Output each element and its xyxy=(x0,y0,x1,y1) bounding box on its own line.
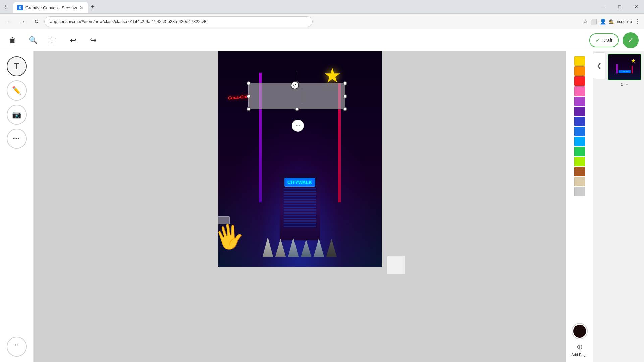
window-controls: ─ □ ✕ xyxy=(595,0,644,13)
back-btn[interactable]: ← xyxy=(4,16,15,27)
camera-tool-btn[interactable]: 📷 xyxy=(7,105,27,125)
page-1-thumbnail[interactable]: ★ CITYWALK xyxy=(608,54,641,80)
zoom-btn[interactable]: 🔍 xyxy=(25,33,40,48)
color-yellow[interactable] xyxy=(574,56,585,66)
add-page-label: Add Page xyxy=(571,353,587,357)
text-more-options-btn[interactable]: ··· xyxy=(292,120,304,132)
cone-3 xyxy=(288,238,299,257)
bookmark-icon[interactable]: ☆ xyxy=(583,18,588,25)
browser-menu-btn[interactable]: ⋮ xyxy=(0,0,11,13)
submit-btn[interactable]: ✓ xyxy=(623,32,639,48)
white-square-sticker[interactable] xyxy=(387,256,405,274)
color-tan[interactable] xyxy=(574,177,585,186)
handle-top-left[interactable] xyxy=(247,81,251,85)
minimize-btn[interactable]: ─ xyxy=(595,0,610,13)
rotation-handle[interactable]: ↺ xyxy=(295,71,299,89)
color-palette xyxy=(574,56,585,321)
fullscreen-btn[interactable]: ⛶ xyxy=(46,33,60,48)
color-dark-purple[interactable] xyxy=(574,107,585,116)
draft-btn[interactable]: ✓ Draft xyxy=(589,33,619,47)
right-color-panel: ⊕ Add Page xyxy=(566,51,593,362)
expand-panel-btn[interactable]: ❮ xyxy=(593,52,605,79)
page-list: ★ CITYWALK 1 ··· xyxy=(605,51,644,90)
more-options-icon[interactable]: ⋮ xyxy=(635,18,640,25)
color-purple[interactable] xyxy=(574,97,585,106)
app-toolbar: 🗑 🔍 ⛶ ↩ ↪ ✓ Draft ✓ xyxy=(0,29,644,51)
canvas-image[interactable]: Coca-Cola CITYWALK ★ xyxy=(218,51,382,267)
handle-top-right[interactable] xyxy=(343,81,347,85)
rotation-line xyxy=(297,71,297,81)
text-cursor xyxy=(302,89,302,103)
color-selected[interactable] xyxy=(572,324,587,339)
incognito-badge: 🕵 Incognito xyxy=(609,19,632,24)
color-lime[interactable] xyxy=(574,157,585,166)
close-btn[interactable]: ✕ xyxy=(629,0,644,13)
left-toolbar: T ✏️ 📷 ••• " xyxy=(0,51,34,362)
more-options-label: ··· xyxy=(296,123,300,129)
cone-1 xyxy=(263,237,273,257)
active-tab[interactable]: S Creative Canvas - Seesaw ✕ xyxy=(13,2,88,13)
cone-dark xyxy=(326,239,337,257)
citywalk-sign: CITYWALK xyxy=(284,178,315,187)
color-brown[interactable] xyxy=(574,167,585,176)
address-actions: ☆ ⬜ 👤 🕵 Incognito ⋮ xyxy=(583,18,640,25)
cone-5 xyxy=(314,238,324,257)
handle-bottom-right[interactable] xyxy=(343,107,347,111)
new-tab-btn[interactable]: + xyxy=(88,2,97,12)
cone-4 xyxy=(301,240,312,257)
rotation-circle[interactable]: ↺ xyxy=(291,81,299,89)
purple-hand-sticker[interactable]: 🖐 xyxy=(218,223,244,250)
color-pink[interactable] xyxy=(574,86,585,96)
thumb-inner: ★ CITYWALK xyxy=(608,54,641,80)
more-tools-btn[interactable]: ••• xyxy=(7,129,27,149)
hand-emoji: 🖐 xyxy=(218,221,246,253)
canvas-wrapper: Coca-Cola CITYWALK ★ xyxy=(218,51,382,267)
text-box[interactable]: ↺ xyxy=(248,83,345,109)
cone-shapes xyxy=(263,237,337,257)
add-page-btn[interactable]: ⊕ Add Page xyxy=(566,340,593,359)
handle-bottom-left[interactable] xyxy=(247,107,251,111)
profile-icon[interactable]: 👤 xyxy=(600,18,606,25)
handle-bottom-center[interactable] xyxy=(295,107,299,111)
redo-btn[interactable]: ↪ xyxy=(86,33,101,48)
page-number: 1 xyxy=(621,82,623,86)
draw-tool-btn[interactable]: ✏️ xyxy=(7,80,27,101)
tab-bar: S Creative Canvas - Seesaw ✕ + xyxy=(11,0,595,13)
forward-btn[interactable]: → xyxy=(17,16,28,27)
address-bar: ← → ↻ ☆ ⬜ 👤 🕵 Incognito ⋮ xyxy=(0,13,644,29)
undo-btn[interactable]: ↩ xyxy=(66,33,80,48)
url-bar[interactable] xyxy=(44,16,313,27)
tab-favicon: S xyxy=(17,5,23,10)
page-thumbnail-panel: ❮ ★ CITYWALK 1 ··· xyxy=(593,51,644,362)
title-bar: ⋮ S Creative Canvas - Seesaw ✕ + ─ □ ✕ xyxy=(0,0,644,13)
color-light-gray[interactable] xyxy=(574,187,585,196)
submit-check-icon: ✓ xyxy=(628,36,634,45)
color-indigo[interactable] xyxy=(574,117,585,126)
quote-tool-btn[interactable]: " xyxy=(7,337,27,357)
color-light-blue[interactable] xyxy=(574,137,585,146)
page-info: 1 ··· xyxy=(621,82,628,87)
handle-middle-right[interactable] xyxy=(343,94,347,98)
handle-middle-left[interactable] xyxy=(247,94,251,98)
color-blue[interactable] xyxy=(574,127,585,136)
browser-frame: ⋮ S Creative Canvas - Seesaw ✕ + ─ □ ✕ ←… xyxy=(0,0,644,362)
draft-check-icon: ✓ xyxy=(595,37,600,44)
color-orange[interactable] xyxy=(574,66,585,76)
main-content: T ✏️ 📷 ••• " Coca-Co xyxy=(0,51,644,362)
page-more-btn[interactable]: ··· xyxy=(624,82,628,87)
refresh-btn[interactable]: ↻ xyxy=(31,16,42,27)
tab-close-btn[interactable]: ✕ xyxy=(80,5,84,10)
text-tool-btn[interactable]: T xyxy=(7,56,27,76)
tab-title: Creative Canvas - Seesaw xyxy=(25,5,77,10)
extensions-icon[interactable]: ⬜ xyxy=(590,18,597,25)
maximize-btn[interactable]: □ xyxy=(612,0,627,13)
cone-2 xyxy=(275,239,286,257)
city-scene: Coca-Cola CITYWALK ★ xyxy=(218,51,382,267)
delete-btn[interactable]: 🗑 xyxy=(5,33,20,48)
color-red[interactable] xyxy=(574,76,585,86)
canvas-area: Coca-Cola CITYWALK ★ xyxy=(34,51,566,362)
add-page-icon: ⊕ xyxy=(577,343,583,351)
toolbar-right: ✓ Draft ✓ xyxy=(589,32,639,48)
draft-label: Draft xyxy=(602,38,612,43)
color-green[interactable] xyxy=(574,147,585,156)
